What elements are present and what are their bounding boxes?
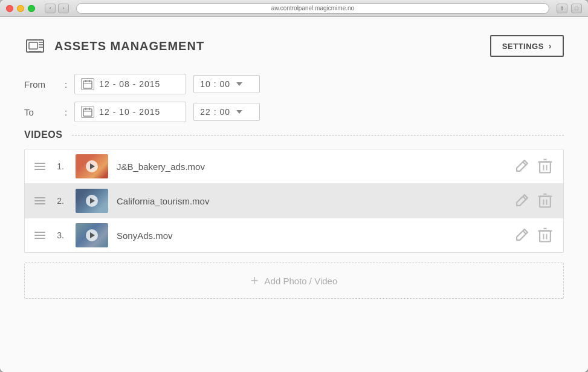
edit-button[interactable] [514,158,531,175]
edit-button[interactable] [514,192,531,209]
videos-title: VIDEOS [24,129,62,140]
drag-handle[interactable] [34,197,45,204]
from-colon: : [65,79,67,90]
minimize-button[interactable] [17,5,24,12]
drag-handle[interactable] [34,232,45,239]
video-thumbnail [76,189,108,213]
play-icon [86,195,98,207]
row-number: 1. [54,162,67,171]
to-row: To : 12 - 10 - 2015 22 : 00 [24,102,564,122]
video-list: 1. J&B_bakery_ads.mov [24,149,564,253]
traffic-lights [6,5,35,12]
to-colon: : [65,107,67,117]
video-thumbnail [76,154,108,178]
table-row: 1. J&B_bakery_ads.mov [25,149,563,184]
expand-button[interactable]: □ [571,4,582,13]
svg-rect-21 [540,196,551,207]
share-button[interactable]: ⇧ [557,4,567,13]
from-date-input[interactable]: 12 - 08 - 2015 [74,74,186,94]
add-media-button[interactable]: + Add Photo / Video [24,263,564,299]
settings-chevron-icon: › [549,41,552,51]
maximize-button[interactable] [28,5,35,12]
from-label: From [24,79,57,90]
row-actions [514,192,554,209]
svg-rect-6 [83,81,92,88]
to-date-value: 12 - 10 - 2015 [99,107,160,117]
add-label: Add Photo / Video [265,276,338,286]
header-left: ASSETS MANAGEMENT [24,35,204,57]
delete-button[interactable] [537,192,554,209]
video-name: J&B_bakery_ads.mov [117,162,505,172]
row-actions [514,227,554,244]
delete-button[interactable] [537,158,554,175]
row-actions [514,158,554,175]
to-time-value: 22 : 00 [200,107,230,117]
row-number: 2. [54,196,67,206]
drag-handle[interactable] [34,163,45,170]
main-content: ASSETS MANAGEMENT SETTINGS › From : [0,17,588,372]
to-calendar-icon [81,106,94,118]
url-bar[interactable]: aw.controlpanel.magicmime.no [76,3,549,14]
from-date-value: 12 - 08 - 2015 [99,79,160,89]
to-time-input[interactable]: 22 : 00 [193,103,260,121]
row-number: 3. [54,230,67,240]
close-button[interactable] [6,5,13,12]
forward-button[interactable]: › [58,4,69,13]
assets-icon [24,35,46,57]
page-header: ASSETS MANAGEMENT SETTINGS › [24,35,564,57]
table-row: 3. SonyAds.mov [25,218,563,252]
titlebar: ‹ › aw.controlpanel.magicmime.no ⇧ □ [0,0,588,17]
app-window: ‹ › aw.controlpanel.magicmime.no ⇧ □ [0,0,588,372]
svg-rect-1 [29,42,37,49]
edit-button[interactable] [514,227,531,244]
play-icon [86,160,98,172]
svg-rect-15 [540,162,551,172]
settings-label: SETTINGS [502,42,544,51]
table-row: 2. California_tourism.mov [25,184,563,218]
svg-rect-27 [540,230,551,241]
play-icon [86,229,98,241]
to-label: To [24,107,57,117]
videos-section-header: VIDEOS [24,129,564,140]
video-name: SonyAds.mov [117,230,505,241]
from-time-dropdown-icon [236,82,242,86]
to-time-dropdown-icon [236,110,242,114]
from-calendar-icon [81,78,94,90]
video-thumbnail [76,223,108,247]
from-time-value: 10 : 00 [200,79,230,89]
from-time-input[interactable]: 10 : 00 [193,75,260,93]
to-date-input[interactable]: 12 - 10 - 2015 [74,102,186,122]
section-divider [72,135,564,135]
settings-button[interactable]: SETTINGS › [490,35,564,57]
page-title: ASSETS MANAGEMENT [54,39,204,53]
delete-button[interactable] [537,227,554,244]
video-name: California_tourism.mov [117,196,505,206]
nav-buttons: ‹ › [45,4,69,13]
back-button[interactable]: ‹ [45,4,56,13]
from-row: From : 12 - 08 - 2015 10 : 00 [24,74,564,94]
add-plus-icon: + [251,274,259,287]
titlebar-actions: ⇧ □ [557,4,582,13]
url-text: aw.controlpanel.magicmime.no [271,5,354,11]
svg-rect-10 [83,109,92,116]
